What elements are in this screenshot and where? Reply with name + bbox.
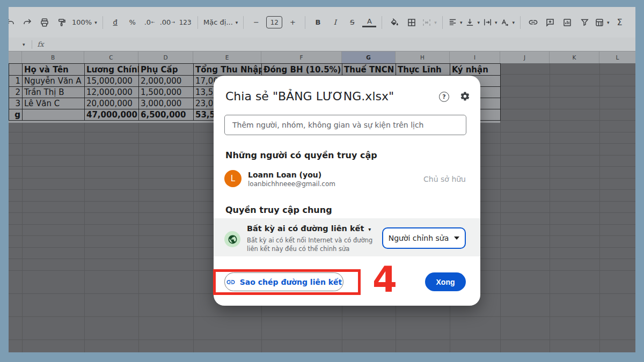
- done-button[interactable]: Xong: [425, 272, 466, 291]
- column-header-i[interactable]: I: [450, 51, 500, 63]
- header-cell[interactable]: Thuế TNCN: [342, 64, 396, 76]
- text-color-button[interactable]: A: [362, 17, 376, 27]
- general-access-heading: Quyền truy cập chung: [225, 205, 332, 215]
- header-cell[interactable]: Đóng BH (10.5%): [262, 64, 342, 76]
- fx-label: fx: [38, 40, 44, 48]
- bold-button[interactable]: B: [311, 16, 325, 29]
- sheets-toolbar: 100% đ % .0 .00 123 Mặc đị... − 12 + B I…: [9, 7, 635, 38]
- insert-link-icon[interactable]: [526, 16, 540, 29]
- decrease-decimal-button[interactable]: .0: [143, 16, 157, 29]
- print-icon[interactable]: [38, 16, 52, 29]
- increase-decimal-button[interactable]: .00: [160, 16, 175, 29]
- fill-color-icon[interactable]: [387, 16, 401, 29]
- cell[interactable]: 2: [9, 87, 23, 98]
- column-header-e[interactable]: E: [193, 51, 261, 63]
- cell[interactable]: 15,000,000: [85, 76, 139, 87]
- toolbar-divider: [197, 16, 198, 29]
- table-views-icon[interactable]: [595, 16, 610, 29]
- font-select[interactable]: Mặc đị...: [203, 16, 238, 29]
- cell[interactable]: 20,000,000: [85, 98, 139, 109]
- owner-name: Loann Loan (you): [248, 171, 321, 179]
- access-role-label: Người chỉnh sửa: [389, 234, 449, 242]
- access-role-dropdown[interactable]: Người chỉnh sửa: [382, 227, 466, 249]
- cell[interactable]: 1,500,000: [139, 87, 194, 98]
- functions-button[interactable]: Σ: [613, 16, 627, 29]
- filter-icon[interactable]: [577, 16, 591, 29]
- globe-icon: [224, 231, 240, 247]
- vertical-align-icon[interactable]: [465, 16, 480, 29]
- increase-font-size-button[interactable]: +: [286, 16, 299, 29]
- column-header-a-partial[interactable]: [9, 51, 22, 63]
- text-wrap-icon[interactable]: [483, 16, 497, 29]
- toolbar-divider: [520, 16, 521, 29]
- header-cell[interactable]: Tổng Thu Nhập: [194, 64, 262, 76]
- column-header-l[interactable]: L: [599, 51, 635, 63]
- cell[interactable]: 1: [9, 76, 23, 87]
- cell[interactable]: Trần Thị B: [23, 87, 85, 98]
- cell[interactable]: 12,000,000: [85, 87, 139, 98]
- format-percent-button[interactable]: %: [126, 16, 140, 29]
- name-box-dropdown-icon[interactable]: ▾: [23, 42, 25, 47]
- format-currency-button[interactable]: đ: [108, 16, 122, 29]
- zoom-select[interactable]: 100%: [72, 16, 97, 29]
- header-cell[interactable]: Ký nhận: [450, 64, 501, 76]
- cell[interactable]: [23, 109, 85, 121]
- column-header-c[interactable]: C: [84, 51, 138, 63]
- gear-icon[interactable]: [460, 91, 470, 104]
- header-cell[interactable]: Lương Chính: [85, 64, 139, 76]
- column-headers: B C D E F G H I J K L: [9, 51, 635, 63]
- insert-chart-icon[interactable]: [560, 16, 574, 29]
- owner-email: loanbichhneee@gmail.com: [248, 180, 335, 188]
- italic-button[interactable]: I: [328, 16, 342, 29]
- cell[interactable]: [9, 64, 23, 76]
- number-format-button[interactable]: 123: [178, 16, 192, 29]
- table-header-row: Họ và Tên Lương Chính Phụ Cấp Tổng Thu N…: [9, 64, 501, 76]
- text-rotation-icon[interactable]: [500, 16, 515, 29]
- gridline: [599, 63, 600, 352]
- sheets-app-window: 100% đ % .0 .00 123 Mặc đị... − 12 + B I…: [9, 7, 635, 352]
- annotation-step-number: 4: [366, 261, 404, 299]
- insert-comment-icon[interactable]: [543, 16, 557, 29]
- column-header-j[interactable]: J: [500, 51, 550, 63]
- merge-cells-icon[interactable]: [422, 16, 437, 29]
- undo-icon[interactable]: [9, 16, 17, 29]
- toolbar-divider: [243, 16, 244, 29]
- column-header-b[interactable]: B: [22, 51, 84, 63]
- header-cell[interactable]: Họ và Tên: [23, 64, 85, 76]
- toolbar-divider: [382, 16, 382, 29]
- column-header-d[interactable]: D: [138, 51, 193, 63]
- strikethrough-button[interactable]: S: [345, 16, 359, 29]
- people-with-access-heading: Những người có quyền truy cập: [225, 150, 377, 160]
- header-cell[interactable]: Phụ Cấp: [139, 64, 194, 76]
- header-cell[interactable]: Thực Lĩnh: [396, 64, 450, 76]
- access-scope-dropdown[interactable]: Bất kỳ ai có đường liên kết: [247, 224, 371, 233]
- borders-icon[interactable]: [405, 16, 419, 29]
- formula-bar-divider: [32, 40, 32, 49]
- cell[interactable]: Lê Văn C: [23, 98, 85, 109]
- cell[interactable]: 3: [9, 98, 23, 109]
- column-header-h[interactable]: H: [396, 51, 450, 63]
- add-people-input[interactable]: [224, 115, 466, 135]
- cell[interactable]: 6,500,000: [139, 109, 194, 121]
- help-icon[interactable]: ?: [439, 92, 449, 102]
- redo-icon[interactable]: [20, 16, 34, 29]
- screenshot-frame: 100% đ % .0 .00 123 Mặc đị... − 12 + B I…: [0, 0, 644, 362]
- cell[interactable]: Nguyễn Văn A: [23, 76, 85, 87]
- cell[interactable]: 3,000,000: [139, 98, 194, 109]
- toolbar-divider: [442, 16, 443, 29]
- formula-bar: ▾ fx: [9, 38, 635, 51]
- general-access-row: Bất kỳ ai có đường liên kết Bất kỳ ai có…: [214, 218, 480, 256]
- column-header-g-selected[interactable]: G: [342, 51, 396, 63]
- cell[interactable]: g: [9, 109, 23, 121]
- cell[interactable]: 47,000,000: [85, 109, 139, 121]
- toolbar-divider: [103, 16, 103, 29]
- font-size-input[interactable]: 12: [266, 16, 282, 28]
- annotation-highlight-box: [213, 269, 361, 295]
- horizontal-align-icon[interactable]: [448, 16, 463, 29]
- cell[interactable]: 2,000,000: [139, 76, 194, 87]
- toolbar-divider: [305, 16, 305, 29]
- decrease-font-size-button[interactable]: −: [249, 16, 263, 29]
- paint-format-icon[interactable]: [55, 16, 69, 29]
- column-header-f[interactable]: F: [261, 51, 342, 63]
- column-header-k[interactable]: K: [550, 51, 599, 63]
